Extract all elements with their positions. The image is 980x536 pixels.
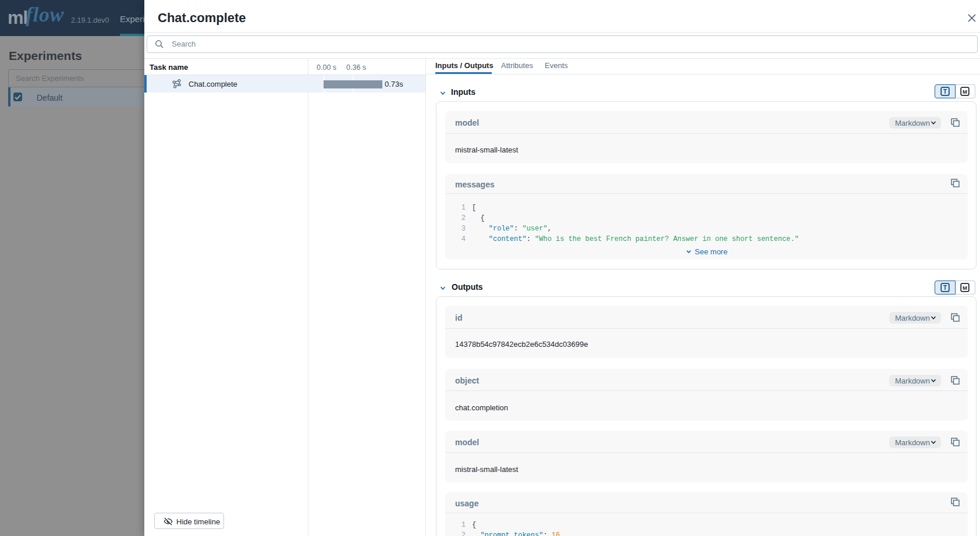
svg-text:T: T [943, 88, 947, 95]
svg-text:M: M [963, 88, 967, 95]
svg-text:M: M [963, 285, 967, 291]
svg-text:T: T [943, 284, 947, 291]
